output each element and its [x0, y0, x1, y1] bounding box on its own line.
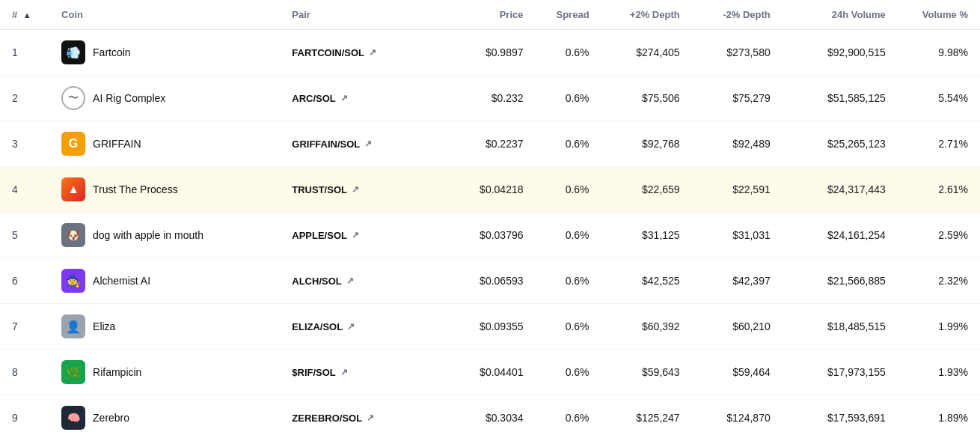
col-rank[interactable]: # ▲ [0, 0, 49, 30]
coin-name: Trust The Process [93, 183, 178, 195]
arc-icon: 〜 [61, 86, 85, 110]
trust-icon: ▲ [61, 177, 85, 201]
coin-name: AI Rig Complex [93, 92, 165, 104]
spread-cell: 0.6% [536, 395, 601, 436]
col-depth-plus[interactable]: +2% Depth [601, 0, 692, 30]
spread-cell: 0.6% [536, 167, 601, 213]
price-cell: $0.232 [444, 76, 535, 121]
volume-cell: $25,265,123 [783, 121, 898, 167]
pair-cell: ELIZA/SOL ↗ [280, 304, 444, 350]
depth-minus-cell: $31,031 [692, 213, 783, 258]
depth-plus-cell: $274,405 [601, 30, 692, 76]
rank-cell: 1 [0, 30, 49, 76]
volume-pct-cell: 1.93% [898, 350, 980, 395]
pair-label: TRUST/SOL [292, 184, 347, 195]
depth-plus-cell: $59,643 [601, 350, 692, 395]
pair-cell: ARC/SOL ↗ [280, 76, 444, 121]
pair-label: FARTCOIN/SOL [292, 47, 364, 58]
volume-cell: $92,900,515 [783, 30, 898, 76]
rank-cell: 9 [0, 395, 49, 436]
coin-cell: ▲ Trust The Process [49, 167, 280, 213]
table-row: 5 🐶 dog with apple in mouth APPLE/SOL ↗ … [0, 213, 980, 258]
coin-name: Eliza [93, 320, 115, 332]
coin-name: Zerebro [93, 412, 129, 424]
price-cell: $0.9897 [444, 30, 535, 76]
pair-cell: ZEREBRO/SOL ↗ [280, 395, 444, 436]
pair-label: APPLE/SOL [292, 230, 347, 241]
rank-cell: 4 [0, 167, 49, 213]
price-cell: $0.04218 [444, 167, 535, 213]
external-link-icon[interactable]: ↗ [340, 367, 348, 377]
coin-name: Fartcoin [93, 46, 131, 58]
col-price[interactable]: Price [444, 0, 535, 30]
spread-cell: 0.6% [536, 304, 601, 350]
depth-plus-cell: $60,392 [601, 304, 692, 350]
volume-pct-cell: 2.61% [898, 167, 980, 213]
rank-cell: 6 [0, 258, 49, 304]
rank-cell: 8 [0, 350, 49, 395]
depth-plus-cell: $75,506 [601, 76, 692, 121]
pair-label: ARC/SOL [292, 93, 336, 104]
depth-minus-cell: $273,580 [692, 30, 783, 76]
col-spread[interactable]: Spread [536, 0, 601, 30]
fartcoin-icon: 💨 [61, 40, 85, 64]
depth-plus-cell: $31,125 [601, 213, 692, 258]
coin-name: Rifampicin [93, 366, 141, 378]
zerebro-icon: 🧠 [61, 406, 85, 430]
volume-pct-cell: 1.99% [898, 304, 980, 350]
external-link-icon[interactable]: ↗ [340, 93, 348, 103]
depth-minus-cell: $22,591 [692, 167, 783, 213]
volume-pct-cell: 5.54% [898, 76, 980, 121]
external-link-icon[interactable]: ↗ [347, 321, 355, 332]
coin-name: GRIFFAIN [93, 138, 141, 150]
rank-cell: 2 [0, 76, 49, 121]
volume-cell: $24,317,443 [783, 167, 898, 213]
coin-cell: 🐶 dog with apple in mouth [49, 213, 280, 258]
price-cell: $0.06593 [444, 258, 535, 304]
coin-cell: G GRIFFAIN [49, 121, 280, 167]
external-link-icon[interactable]: ↗ [352, 230, 359, 240]
depth-plus-cell: $125,247 [601, 395, 692, 436]
col-volume-pct[interactable]: Volume % [898, 0, 980, 30]
external-link-icon[interactable]: ↗ [364, 139, 372, 149]
coin-name: Alchemist AI [93, 275, 150, 287]
depth-minus-cell: $60,210 [692, 304, 783, 350]
table-row: 4 ▲ Trust The Process TRUST/SOL ↗ $0.042… [0, 167, 980, 213]
griffain-icon: G [61, 132, 85, 156]
table-header: # ▲ Coin Pair Price Spread +2% Depth -2%… [0, 0, 980, 30]
spread-cell: 0.6% [536, 30, 601, 76]
table-row: 2 〜 AI Rig Complex ARC/SOL ↗ $0.232 0.6%… [0, 76, 980, 121]
rank-cell: 5 [0, 213, 49, 258]
volume-pct-cell: 2.59% [898, 213, 980, 258]
pair-label: ZEREBRO/SOL [292, 413, 362, 424]
external-link-icon[interactable]: ↗ [367, 413, 374, 423]
pair-cell: GRIFFAIN/SOL ↗ [280, 121, 444, 167]
col-coin[interactable]: Coin [49, 0, 280, 30]
table-row: 9 🧠 Zerebro ZEREBRO/SOL ↗ $0.3034 0.6% $… [0, 395, 980, 436]
col-volume[interactable]: 24h Volume [783, 0, 898, 30]
price-cell: $0.03796 [444, 213, 535, 258]
external-link-icon[interactable]: ↗ [346, 276, 354, 286]
volume-cell: $24,161,254 [783, 213, 898, 258]
external-link-icon[interactable]: ↗ [352, 184, 359, 195]
depth-minus-cell: $124,870 [692, 395, 783, 436]
coin-cell: 🧠 Zerebro [49, 395, 280, 436]
coin-cell: 💨 Fartcoin [49, 30, 280, 76]
eliza-icon: 👤 [61, 314, 85, 338]
apple-icon: 🐶 [61, 223, 85, 247]
pair-label: ALCH/SOL [292, 276, 341, 287]
price-cell: $0.04401 [444, 350, 535, 395]
depth-minus-cell: $42,397 [692, 258, 783, 304]
coin-name: dog with apple in mouth [93, 229, 203, 241]
sort-icon: ▲ [23, 10, 31, 19]
volume-pct-cell: 9.98% [898, 30, 980, 76]
coin-cell: 〜 AI Rig Complex [49, 76, 280, 121]
external-link-icon[interactable]: ↗ [369, 47, 376, 58]
coin-cell: 🧙 Alchemist AI [49, 258, 280, 304]
depth-plus-cell: $42,525 [601, 258, 692, 304]
volume-cell: $17,973,155 [783, 350, 898, 395]
col-pair[interactable]: Pair [280, 0, 444, 30]
market-table: # ▲ Coin Pair Price Spread +2% Depth -2%… [0, 0, 980, 435]
col-depth-minus[interactable]: -2% Depth [692, 0, 783, 30]
depth-plus-cell: $92,768 [601, 121, 692, 167]
